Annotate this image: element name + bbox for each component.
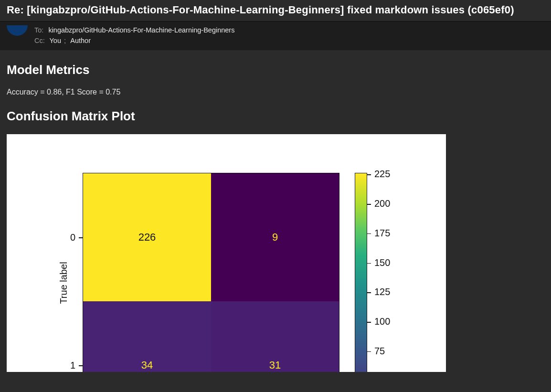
avatar [7, 25, 28, 36]
email-meta: To: kingabzpro/GitHub-Actions-For-Machin… [0, 21, 551, 50]
colorbar-tick-mark [367, 204, 371, 205]
metrics-heading: Model Metrics [7, 63, 544, 77]
heatmap-grid: 226 9 34 31 [83, 173, 339, 372]
colorbar [355, 173, 367, 372]
colorbar-tick-label: 175 [374, 228, 390, 239]
email-body: Model Metrics Accuracy = 0.86, F1 Score … [0, 50, 551, 372]
cc-label: Cc: [34, 37, 45, 44]
meta-to-row: To: kingabzpro/GitHub-Actions-For-Machin… [34, 26, 234, 34]
cm-cell-10: 34 [83, 301, 211, 372]
email-subject-bar: Re: [kingabzpro/GitHub-Actions-For-Machi… [0, 0, 551, 21]
cm-cell-01: 9 [211, 173, 339, 301]
meta-cc-row: Cc: You; Author [34, 37, 234, 44]
colorbar-tick-label: 100 [374, 316, 390, 327]
cm-cell-00: 226 [83, 173, 211, 301]
to-value[interactable]: kingabzpro/GitHub-Actions-For-Machine-Le… [48, 26, 234, 34]
to-label: To: [34, 26, 43, 34]
colorbar-tick-label: 125 [374, 286, 390, 297]
colorbar-tick-mark [367, 322, 371, 323]
colorbar-tick-label: 150 [374, 257, 390, 268]
colorbar-tick-mark [367, 351, 371, 352]
colorbar-tick-mark [367, 174, 371, 175]
colorbar-tick-label: 75 [374, 346, 385, 357]
cc-value-1[interactable]: Author [70, 37, 91, 44]
y-tick-1: 1 [65, 360, 75, 371]
colorbar-tick-label: 200 [374, 198, 390, 209]
y-tick-mark-0 [79, 237, 83, 238]
y-axis-label: True label [58, 262, 69, 304]
colorbar-tick-mark [367, 292, 371, 293]
cc-value-0[interactable]: You [50, 37, 61, 44]
email-subject: Re: [kingabzpro/GitHub-Actions-For-Machi… [7, 4, 544, 16]
y-tick-mark-1 [79, 365, 83, 366]
colorbar-tick-mark [367, 263, 371, 264]
y-tick-0: 0 [65, 232, 75, 243]
colorbar-tick-label: 225 [374, 169, 390, 180]
confusion-matrix-heading: Confusion Matrix Plot [7, 109, 544, 124]
metrics-line: Accuracy = 0.86, F1 Score = 0.75 [7, 88, 544, 96]
cm-cell-11: 31 [211, 301, 339, 372]
confusion-matrix-plot: True label 0 1 226 9 34 31 7510012515017… [7, 134, 446, 372]
colorbar-tick-mark [367, 233, 371, 234]
